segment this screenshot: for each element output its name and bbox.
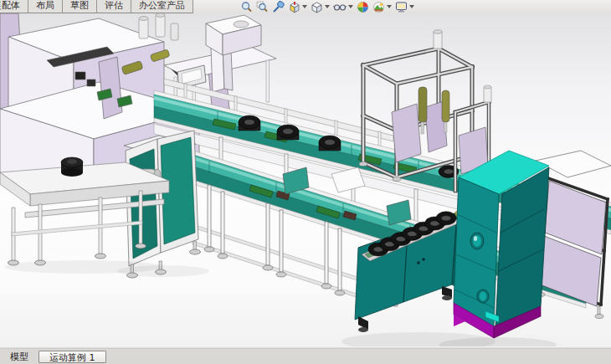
top-toolbar-strip: 装配体 布局 草图 评估 办公室产品 [0, 0, 611, 13]
previous-view-icon [272, 1, 285, 13]
heads-up-view-toolbar [239, 0, 415, 13]
apply-scene-icon [372, 1, 385, 13]
section-view-icon [288, 1, 300, 13]
section-view-button[interactable] [287, 0, 308, 13]
previous-view-button[interactable] [271, 0, 285, 13]
tab-office-products[interactable]: 办公室产品 [131, 0, 193, 13]
tab-model[interactable]: 模型 [0, 350, 37, 363]
hide-show-items-dropdown[interactable] [348, 5, 353, 8]
study-tab-bar: 模型 运动算例 1 [0, 349, 611, 364]
view-settings-icon [395, 1, 408, 13]
display-style-icon [311, 1, 323, 13]
tab-sketch[interactable]: 草图 [63, 0, 97, 13]
tab-evaluate[interactable]: 评估 [97, 0, 131, 13]
zoom-to-area-icon [256, 1, 269, 13]
tab-layout[interactable]: 布局 [28, 0, 63, 13]
tab-assembly[interactable]: 装配体 [0, 0, 28, 13]
zoom-to-area-button[interactable] [255, 0, 270, 13]
view-settings-dropdown[interactable] [409, 5, 414, 8]
zoom-to-fit-icon [240, 1, 253, 13]
apply-scene-dropdown[interactable] [387, 5, 392, 8]
tab-motion-study-1[interactable]: 运动算例 1 [39, 351, 106, 363]
view-settings-button[interactable] [394, 0, 415, 13]
graphics-viewport[interactable] [0, 13, 611, 346]
workpiece-puck[interactable] [61, 157, 83, 177]
apply-scene-button[interactable] [372, 0, 393, 13]
edit-appearance-icon [357, 1, 369, 13]
assembly-model [0, 13, 611, 346]
section-view-dropdown[interactable] [302, 5, 307, 8]
hide-show-items-icon [333, 1, 347, 13]
display-style-dropdown[interactable] [325, 5, 330, 8]
display-style-button[interactable] [310, 0, 331, 13]
edit-appearance-button[interactable] [356, 0, 370, 13]
zoom-to-fit-button[interactable] [239, 0, 254, 13]
command-manager-tabs: 装配体 布局 草图 评估 办公室产品 [0, 0, 193, 13]
cad-application-window: 装配体 布局 草图 评估 办公室产品 [0, 0, 611, 364]
hide-show-items-button[interactable] [332, 0, 354, 13]
